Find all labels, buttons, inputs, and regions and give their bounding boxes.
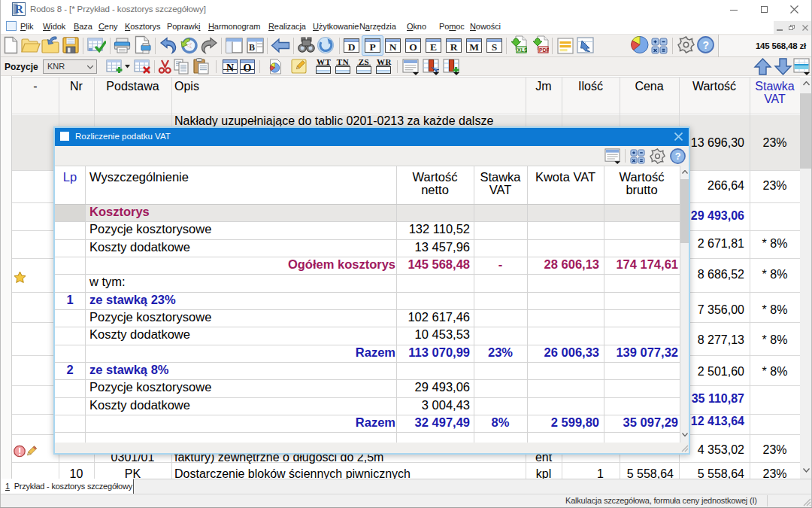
svg-text:B: B bbox=[249, 42, 255, 53]
svg-text:?: ? bbox=[703, 39, 710, 51]
svg-text:R: R bbox=[15, 3, 23, 15]
svg-text:PDF: PDF bbox=[539, 47, 549, 53]
svg-text:?: ? bbox=[675, 151, 681, 162]
svg-text:XLS: XLS bbox=[517, 47, 527, 53]
